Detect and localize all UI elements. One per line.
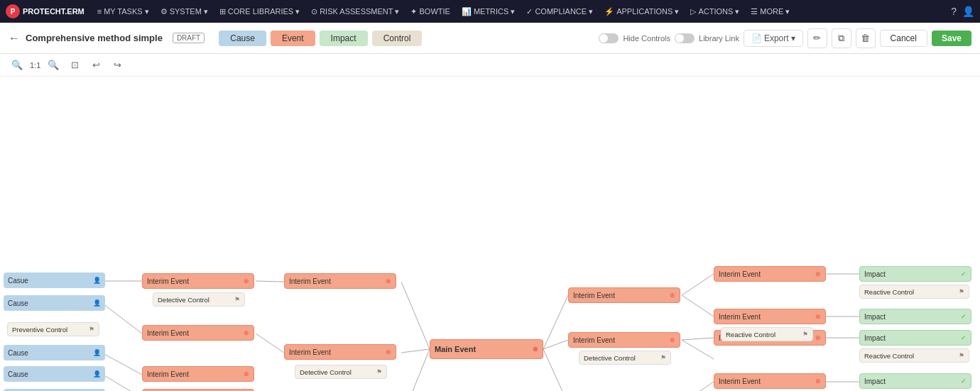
chevron-down-icon: ▾ xyxy=(511,7,515,16)
risk-icon: ⊙ xyxy=(311,7,317,16)
interim-event-l1[interactable]: Interim Event⊗ xyxy=(142,273,254,289)
impact-2[interactable]: Impact✓ xyxy=(859,309,971,324)
user-icon[interactable]: 👤 xyxy=(962,6,974,17)
interim-event-r2-2[interactable]: Interim Event⊗ xyxy=(714,309,826,324)
page-title: Comprehensive method simple xyxy=(26,33,163,43)
interim-event-r2-4[interactable]: Interim Event⊗ xyxy=(714,373,826,389)
svg-line-18 xyxy=(682,340,714,359)
check-icon: ✓ xyxy=(961,378,967,385)
more-icon: ☰ xyxy=(751,7,758,16)
gear-icon: ⚙ xyxy=(160,7,168,16)
control-reactive-r1[interactable]: Reactive Control⚑ xyxy=(859,285,969,299)
control-detective-r1[interactable]: Detective Control⚑ xyxy=(579,351,671,365)
nav-item-mytasks[interactable]: ≡ MY TASKS ▾ xyxy=(93,6,153,18)
cause-node-4[interactable]: Cause👤 xyxy=(4,366,105,382)
control-reactive-r2[interactable]: Reactive Control⚑ xyxy=(859,348,969,363)
search-icon[interactable]: 🔍 xyxy=(9,57,26,74)
chevron-down-icon: ▾ xyxy=(735,7,739,16)
copy-button[interactable]: ⧉ xyxy=(832,28,851,48)
check-icon: ✓ xyxy=(961,270,967,277)
flag-icon: ⚑ xyxy=(959,288,964,295)
bowtie-icon: ✦ xyxy=(410,7,417,16)
logo-text: PROTECHT.ERM xyxy=(23,7,85,16)
flag-icon: ⚑ xyxy=(376,368,382,375)
chevron-down-icon: ▾ xyxy=(295,7,300,16)
back-button[interactable]: ← xyxy=(9,32,20,45)
diagram-canvas[interactable]: Casue👤 Cause👤 Cause👤 Cause👤 Cause👤 Cause… xyxy=(0,77,980,391)
check-icon: ✓ xyxy=(961,334,967,341)
control-reactive-1[interactable]: Reactive Control⚑ xyxy=(721,327,813,341)
cause-node-1[interactable]: Casue👤 xyxy=(4,272,105,288)
close-icon: ⊗ xyxy=(533,346,538,353)
draft-badge: DRAFT xyxy=(173,33,205,43)
undo-icon[interactable]: ↩ xyxy=(87,57,104,74)
interim-event-m2[interactable]: Interim Event⊗ xyxy=(284,344,396,360)
zoom-out-icon[interactable]: 🔍 xyxy=(45,57,62,74)
close-icon: ⊗ xyxy=(815,270,821,277)
close-icon: ⊗ xyxy=(815,378,821,385)
cause-node-2[interactable]: Cause👤 xyxy=(4,295,105,311)
nav-item-metrics[interactable]: 📊 METRICS ▾ xyxy=(457,6,520,18)
nav-item-risk-assessment[interactable]: ⊙ RISK ASSESSMENT ▾ xyxy=(307,6,403,18)
chevron-down-icon: ▾ xyxy=(145,7,149,16)
nav-item-bowtie[interactable]: ✦ BOWTIE xyxy=(406,6,454,18)
chevron-down-icon: ▾ xyxy=(589,7,593,16)
svg-line-2 xyxy=(103,353,142,375)
fit-icon[interactable]: ⊡ xyxy=(66,57,83,74)
svg-line-12 xyxy=(543,295,568,349)
control-preventive-1[interactable]: Preventive Control⚑ xyxy=(7,322,99,336)
redo-icon[interactable]: ↪ xyxy=(109,57,126,74)
interim-event-r1-1[interactable]: Interim Event⊗ xyxy=(568,287,680,303)
interim-event-r2-1[interactable]: Interim Event⊗ xyxy=(714,266,826,282)
close-icon: ⊗ xyxy=(244,370,249,378)
delete-button[interactable]: 🗑 xyxy=(856,28,876,48)
impact-4[interactable]: Impact✓ xyxy=(859,373,971,389)
nav-item-core-libraries[interactable]: ⊞ CORE LIBRARIES ▾ xyxy=(215,6,304,18)
list-icon: ≡ xyxy=(97,7,102,16)
svg-line-16 xyxy=(682,295,714,316)
user-icon: 👤 xyxy=(93,299,101,307)
nav-item-actions[interactable]: ▷ ACTIONS ▾ xyxy=(686,6,744,18)
chevron-down-icon: ▾ xyxy=(785,7,790,16)
svg-line-11 xyxy=(401,349,430,391)
cancel-button[interactable]: Cancel xyxy=(880,30,927,47)
interim-event-l2[interactable]: Interim Event⊗ xyxy=(142,325,254,341)
nav-item-system[interactable]: ⚙ SYSTEM ▾ xyxy=(156,6,212,18)
interim-event-r1-2[interactable]: Interim Event⊗ xyxy=(568,332,680,348)
close-icon: ⊗ xyxy=(815,334,821,341)
interim-event-l3[interactable]: Interim Event⊗ xyxy=(142,366,254,382)
user-icon: 👤 xyxy=(93,277,101,284)
legend-pills: Cause Event Impact Control xyxy=(219,31,422,46)
check-icon: ✓ xyxy=(961,313,967,320)
hide-controls-toggle[interactable] xyxy=(599,33,619,43)
nav-item-applications[interactable]: ⚡ APPLICATIONS ▾ xyxy=(600,6,683,18)
pill-event: Event xyxy=(271,31,315,46)
export-button[interactable]: 📄 Export ▾ xyxy=(744,30,803,47)
save-button[interactable]: Save xyxy=(932,31,971,46)
chevron-down-icon: ▾ xyxy=(204,7,208,16)
flag-icon: ⚑ xyxy=(959,352,964,359)
help-icon[interactable]: ? xyxy=(951,6,957,17)
nav-item-compliance[interactable]: ✓ COMPLIANCE ▾ xyxy=(522,6,597,18)
control-detective-mid[interactable]: Detective Control⚑ xyxy=(295,365,387,379)
flag-icon: ⚑ xyxy=(802,331,808,338)
navbar: P PROTECHT.ERM ≡ MY TASKS ▾ ⚙ SYSTEM ▾ ⊞… xyxy=(0,0,980,23)
app-icon: ⚡ xyxy=(604,7,614,16)
chevron-down-icon: ▾ xyxy=(395,7,399,16)
impact-3[interactable]: Impact✓ xyxy=(859,330,971,346)
control-detective-1[interactable]: Detective Control⚑ xyxy=(153,292,245,307)
close-icon: ⊗ xyxy=(244,329,249,336)
library-link-toggle[interactable] xyxy=(675,33,695,43)
nav-item-more[interactable]: ☰ MORE ▾ xyxy=(746,6,794,18)
main-event[interactable]: Main Event⊗ xyxy=(430,339,543,359)
pill-impact: Impact xyxy=(320,31,368,46)
actions-icon: ▷ xyxy=(690,7,696,16)
chevron-down-icon: ▾ xyxy=(675,7,679,16)
logo[interactable]: P PROTECHT.ERM xyxy=(6,4,85,18)
impact-1[interactable]: Impact✓ xyxy=(859,266,971,282)
flag-icon: ⚑ xyxy=(89,326,94,333)
edit-button[interactable]: ✏ xyxy=(807,28,827,48)
zoom-ratio[interactable]: 1:1 xyxy=(30,61,40,70)
cause-node-3[interactable]: Cause👤 xyxy=(4,345,105,360)
interim-event-m1[interactable]: Interim Event⊗ xyxy=(284,273,396,289)
